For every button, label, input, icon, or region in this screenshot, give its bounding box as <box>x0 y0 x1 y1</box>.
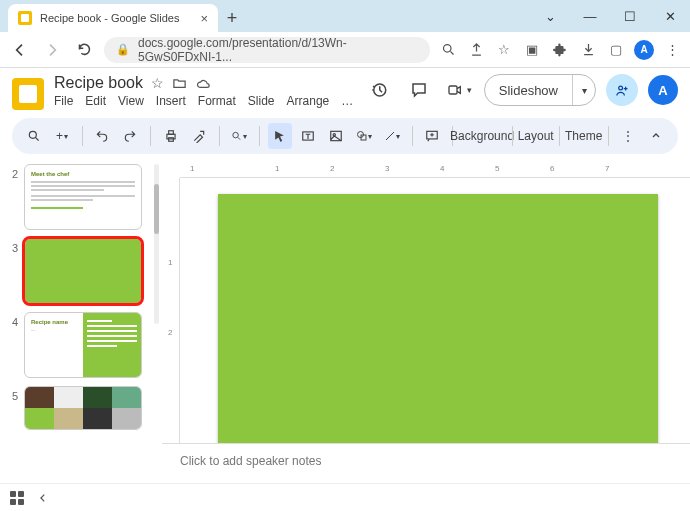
redo-button[interactable] <box>118 123 142 149</box>
svg-point-0 <box>443 45 451 53</box>
new-slide-button[interactable]: +▾ <box>50 123 74 149</box>
comments-icon[interactable] <box>404 75 434 105</box>
slideshow-button[interactable]: Slideshow ▾ <box>484 74 596 106</box>
browser-tab[interactable]: Recipe book - Google Slides × <box>8 4 218 32</box>
collapse-toolbar-button[interactable] <box>644 123 668 149</box>
slide-thumbnail-5[interactable] <box>24 386 142 430</box>
toolbar: +▾ ▾ ▾ ▾ Background Layout Theme ⋮ <box>12 118 678 154</box>
menu-arrange[interactable]: Arrange <box>287 94 330 108</box>
slide-thumbnail-4[interactable]: Recipe name — <box>24 312 142 378</box>
background-button[interactable]: Background <box>461 123 504 149</box>
theme-button[interactable]: Theme <box>568 123 600 149</box>
menu-bar: File Edit View Insert Format Slide Arran… <box>54 94 354 108</box>
thumbnail-number: 3 <box>8 238 18 254</box>
search-icon[interactable] <box>438 40 458 60</box>
slide-thumbnail-3[interactable] <box>24 238 142 304</box>
svg-point-4 <box>29 131 36 138</box>
share-button[interactable] <box>606 74 638 106</box>
close-tab-icon[interactable]: × <box>200 11 208 26</box>
app-header: Recipe book ☆ File Edit View Insert Form… <box>0 68 690 110</box>
menu-file[interactable]: File <box>54 94 73 108</box>
menu-format[interactable]: Format <box>198 94 236 108</box>
thumbnail-number: 2 <box>8 164 18 180</box>
reload-button[interactable] <box>72 38 96 62</box>
minimize-button[interactable]: — <box>570 0 610 32</box>
select-tool[interactable] <box>268 123 292 149</box>
menu-insert[interactable]: Insert <box>156 94 186 108</box>
url-text: docs.google.com/presentation/d/13Wn-5GwS… <box>138 36 418 64</box>
slideshow-dropdown[interactable]: ▾ <box>573 85 595 96</box>
slides-logo-icon[interactable] <box>12 78 44 110</box>
menu-view[interactable]: View <box>118 94 144 108</box>
star-icon[interactable]: ☆ <box>151 75 164 91</box>
horizontal-ruler[interactable]: 1 1 2 3 4 5 6 7 <box>180 160 690 178</box>
canvas-area: 1 1 2 3 4 5 6 7 1 2 Click to add speaker… <box>162 160 690 483</box>
slide-thumbnail-panel: 2 Meet the chef 3 4 Recipe na <box>0 160 162 483</box>
install-app-icon[interactable]: ▢ <box>606 40 626 60</box>
history-icon[interactable] <box>364 75 394 105</box>
meet-icon[interactable]: ▾ <box>444 75 474 105</box>
vertical-ruler[interactable]: 1 2 <box>162 178 180 443</box>
speaker-notes-placeholder: Click to add speaker notes <box>180 454 321 468</box>
thumbnail-number: 5 <box>8 386 18 402</box>
menu-slide[interactable]: Slide <box>248 94 275 108</box>
cloud-status-icon[interactable] <box>195 76 212 91</box>
layout-button[interactable]: Layout <box>520 123 551 149</box>
thumbnail-number: 4 <box>8 312 18 328</box>
footer-bar <box>0 483 690 511</box>
slideshow-label[interactable]: Slideshow <box>485 75 573 105</box>
chevron-down-icon[interactable]: ⌄ <box>530 0 570 32</box>
close-window-button[interactable]: ✕ <box>650 0 690 32</box>
image-tool[interactable] <box>324 123 348 149</box>
browser-tab-strip: Recipe book - Google Slides × + ⌄ — ☐ ✕ <box>0 0 690 32</box>
undo-button[interactable] <box>90 123 114 149</box>
grid-view-button[interactable] <box>10 491 24 505</box>
browser-profile-avatar[interactable]: A <box>634 40 654 60</box>
line-tool[interactable]: ▾ <box>380 123 404 149</box>
window-controls: ⌄ — ☐ ✕ <box>530 0 690 32</box>
svg-rect-2 <box>449 86 457 94</box>
forward-button[interactable] <box>40 38 64 62</box>
browser-menu-icon[interactable]: ⋮ <box>662 40 682 60</box>
svg-point-8 <box>233 132 239 138</box>
zoom-button[interactable]: ▾ <box>227 123 251 149</box>
download-icon[interactable] <box>578 40 598 60</box>
paint-format-button[interactable] <box>187 123 211 149</box>
slide-thumbnail-2[interactable]: Meet the chef <box>24 164 142 230</box>
menu-more[interactable]: … <box>341 94 353 108</box>
svg-rect-6 <box>169 131 174 135</box>
share-url-icon[interactable] <box>466 40 486 60</box>
prev-slide-button[interactable] <box>38 492 48 504</box>
more-tools-button[interactable]: ⋮ <box>616 123 640 149</box>
comment-add-button[interactable] <box>420 123 444 149</box>
maximize-button[interactable]: ☐ <box>610 0 650 32</box>
move-folder-icon[interactable] <box>172 76 187 91</box>
slide-canvas[interactable] <box>218 194 658 443</box>
back-button[interactable] <box>8 38 32 62</box>
lock-icon: 🔒 <box>116 43 130 56</box>
bookmark-icon[interactable]: ☆ <box>494 40 514 60</box>
thumbnail-scrollbar[interactable] <box>154 164 159 324</box>
speaker-notes[interactable]: Click to add speaker notes <box>162 443 690 483</box>
new-tab-button[interactable]: + <box>218 4 246 32</box>
document-title[interactable]: Recipe book <box>54 74 143 92</box>
tab-title: Recipe book - Google Slides <box>40 12 192 24</box>
svg-point-3 <box>618 86 622 90</box>
omnibox[interactable]: 🔒 docs.google.com/presentation/d/13Wn-5G… <box>104 37 430 63</box>
shape-tool[interactable]: ▾ <box>352 123 376 149</box>
lens-icon[interactable]: ▣ <box>522 40 542 60</box>
print-button[interactable] <box>159 123 183 149</box>
address-bar: 🔒 docs.google.com/presentation/d/13Wn-5G… <box>0 32 690 68</box>
textbox-tool[interactable] <box>296 123 320 149</box>
slides-favicon-icon <box>18 11 32 25</box>
search-menus-icon[interactable] <box>22 123 46 149</box>
slide-canvas-stage[interactable] <box>180 178 690 443</box>
menu-edit[interactable]: Edit <box>85 94 106 108</box>
account-avatar[interactable]: A <box>648 75 678 105</box>
extensions-icon[interactable] <box>550 40 570 60</box>
